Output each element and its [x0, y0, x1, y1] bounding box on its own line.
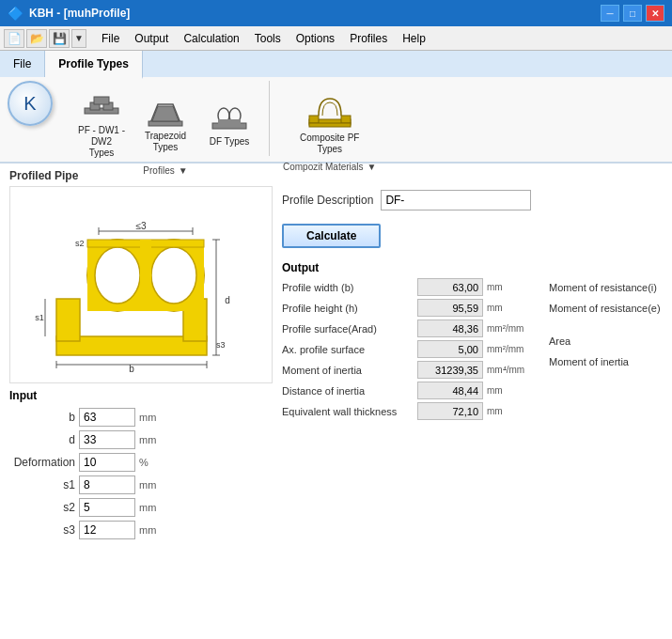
output-unit-profile-height: mm: [487, 303, 534, 313]
menu-help[interactable]: Help: [395, 30, 433, 47]
input-unit-s2: mm: [139, 502, 162, 513]
tab-profile-types-label: Profile Types: [58, 57, 128, 70]
profile-diagram: ≤3 d b s1 s2: [28, 195, 254, 374]
output-row-profile-width: Profile width (b) 63,00 mm: [282, 278, 534, 296]
input-row-deformation: Deformation %: [9, 453, 273, 472]
output-right-column: Moment of resistance(i) 644,96 mm³/mm Mo…: [549, 278, 672, 423]
title-bar-left: 🔷 KBH - [muhProfile]: [8, 6, 130, 21]
menu-calculation[interactable]: Calculation: [176, 30, 246, 47]
output-value-profile-height: 95,59: [417, 299, 483, 317]
tab-profile-types[interactable]: Profile Types: [45, 51, 142, 79]
app-icon: 🔷: [8, 6, 23, 21]
composite-pf-button[interactable]: Composite PF Types: [292, 83, 367, 160]
output-resistance-group: Moment of resistance(i) 644,96 mm³/mm Mo…: [549, 278, 672, 317]
ribbon-content: K PF - DW1 - DW2 Types: [0, 77, 672, 162]
output-row-moment-inertia-total: Moment of inertia 1.968.078,86 mm⁴: [549, 352, 672, 370]
output-label-moment-inertia-total: Moment of inertia: [549, 356, 672, 367]
profile-desc-area: Profile Description: [282, 190, 672, 210]
pf-dw1-dw2-button[interactable]: PF - DW1 - DW2 Types: [73, 83, 130, 164]
output-row-equiv-wall: Equivalent wall thickness 72,10 mm: [282, 402, 534, 420]
input-unit-d: mm: [139, 434, 162, 445]
ribbon-tab-bar: File Profile Types: [0, 51, 672, 77]
df-types-button[interactable]: DF Types: [201, 94, 258, 152]
menu-tools[interactable]: Tools: [247, 30, 289, 47]
input-label-b: b: [9, 411, 75, 424]
trapezoid-icon: [147, 93, 184, 131]
output-label-ax-surface: Ax. profile surface: [282, 344, 414, 355]
input-field-s1[interactable]: [79, 475, 135, 494]
output-unit-profile-surface: mm²/mm: [487, 323, 534, 334]
input-row-s2: s2 mm: [9, 498, 273, 517]
window-title: KBH - [muhProfile]: [29, 7, 130, 20]
input-label-s2: s2: [9, 501, 75, 514]
dropdown-button[interactable]: ▼: [71, 29, 86, 48]
input-label-s3: s3: [9, 523, 75, 537]
svg-text:d: d: [225, 295, 230, 305]
profile-desc-input[interactable]: [381, 190, 531, 210]
ribbon-group-composite: Composite PF Types Compozit Materials ▼: [272, 81, 388, 156]
svg-rect-11: [218, 119, 229, 124]
new-file-button[interactable]: 📄: [4, 29, 24, 48]
svg-rect-16: [309, 123, 351, 127]
output-label-distance-inertia: Distance of inertia: [282, 385, 414, 397]
input-label-deformation: Deformation: [9, 456, 75, 469]
profiles-expand-icon[interactable]: ▼: [179, 165, 188, 176]
save-file-button[interactable]: 💾: [49, 29, 70, 48]
svg-rect-15: [341, 116, 351, 123]
output-value-profile-surface: 48,36: [417, 320, 483, 337]
tab-file-label: File: [13, 57, 31, 70]
open-file-button[interactable]: 📂: [26, 29, 47, 48]
output-left-column: Profile width (b) 63,00 mm Profile heigh…: [282, 278, 534, 423]
calculate-area: Calculate: [282, 224, 672, 248]
ribbon-group-profiles-items: PF - DW1 - DW2 Types Trapezoid Types: [73, 83, 258, 164]
ribbon: File Profile Types K: [0, 51, 672, 164]
svg-text:≤3: ≤3: [135, 221, 146, 231]
output-title: Output: [282, 261, 672, 274]
menu-profiles[interactable]: Profiles: [342, 30, 395, 47]
diagram-area: ≤3 d b s1 s2: [9, 186, 273, 383]
df-types-label: DF Types: [210, 136, 250, 148]
calculate-button[interactable]: Calculate: [282, 224, 381, 248]
menu-output[interactable]: Output: [127, 30, 176, 47]
output-unit-distance-inertia: mm: [487, 385, 534, 396]
svg-text:s2: s2: [75, 239, 85, 248]
input-row-s1: s1 mm: [9, 475, 273, 494]
minimize-button[interactable]: ─: [601, 5, 619, 22]
output-unit-equiv-wall: mm: [487, 406, 534, 416]
trapezoid-button[interactable]: Trapezoid Types: [137, 88, 194, 158]
tab-file[interactable]: File: [0, 51, 45, 77]
output-value-profile-width: 63,00: [417, 278, 483, 296]
composite-expand-icon[interactable]: ▼: [367, 162, 377, 172]
trapezoid-label: Trapezoid Types: [142, 131, 189, 153]
ribbon-group-profiles-label: Profiles ▼: [143, 164, 187, 176]
svg-rect-14: [309, 116, 319, 123]
title-bar-controls: ─ □ ✕: [601, 5, 664, 22]
input-field-deformation[interactable]: [79, 453, 135, 472]
svg-text:s3: s3: [216, 340, 226, 350]
df-types-icon: [211, 99, 248, 136]
output-row-ax-surface: Ax. profile surface 5,00 mm²/mm: [282, 340, 534, 358]
output-row-area: Area 3.046,97 mm²: [549, 332, 672, 350]
content-layout: ≤3 d b s1 s2: [9, 186, 663, 639]
input-unit-s3: mm: [139, 524, 162, 536]
app-logo-area: K: [8, 81, 60, 126]
output-section: Output Profile width (b) 63,00 mm Profil…: [282, 261, 672, 423]
input-field-s3[interactable]: [79, 521, 135, 539]
output-label-moment-inertia: Moment of inertia: [282, 365, 414, 376]
close-button[interactable]: ✕: [646, 5, 664, 22]
svg-rect-6: [148, 121, 182, 126]
svg-text:s1: s1: [35, 313, 44, 322]
restore-button[interactable]: □: [623, 5, 642, 22]
ribbon-group-composite-items: Composite PF Types: [292, 83, 367, 160]
output-value-moment-inertia: 31239,35: [417, 361, 483, 379]
composite-pf-icon: [307, 87, 352, 132]
title-bar: 🔷 KBH - [muhProfile] ─ □ ✕: [0, 0, 672, 26]
input-field-s2[interactable]: [79, 498, 135, 517]
input-field-b[interactable]: [79, 408, 135, 427]
input-field-d[interactable]: [79, 430, 135, 449]
svg-rect-18: [56, 299, 80, 341]
menu-options[interactable]: Options: [289, 30, 342, 47]
menu-file[interactable]: File: [94, 30, 127, 47]
quick-access-toolbar: 📄 📂 💾 ▼: [4, 29, 86, 48]
output-value-ax-surface: 5,00: [417, 340, 483, 358]
